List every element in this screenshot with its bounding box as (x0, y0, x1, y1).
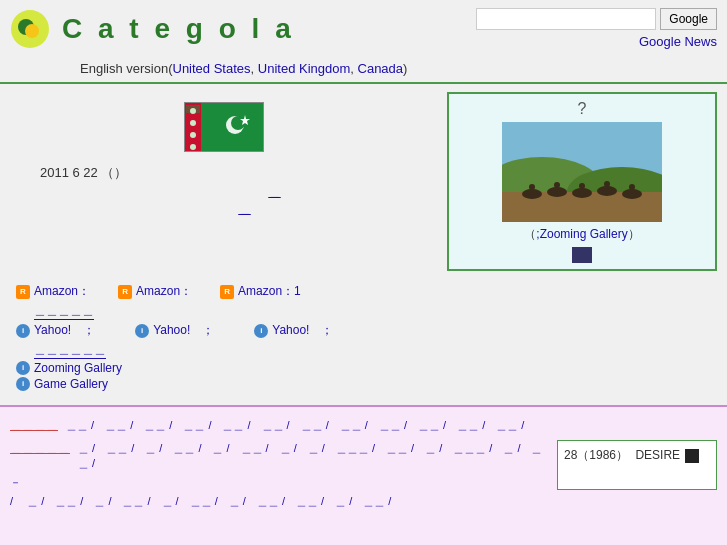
svg-point-18 (547, 187, 567, 197)
center-row: 2011 6 22 （） ＿＿ ? (10, 92, 717, 271)
header-left: C a t e g o l a (10, 9, 295, 49)
lang-uk-link[interactable]: United Kingdom (258, 61, 351, 76)
google-button[interactable]: Google (660, 8, 717, 30)
svg-point-17 (522, 189, 542, 199)
info-icon-3: i (254, 324, 268, 338)
bottom-left: ＿＿＿＿＿ ＿ / ＿＿ / ＿ / ＿＿ / ＿ / ＿＿ / ＿ / ＿ /… (10, 440, 547, 490)
info-icon-4: i (16, 361, 30, 375)
yahoo-row-1: i Yahoo! ； i Yahoo! ； i Yahoo! ； (16, 322, 711, 339)
yahoo-underline: ＿＿＿＿＿＿ (34, 341, 106, 359)
game-gallery-link[interactable]: Game Gallery (34, 377, 108, 391)
rss-icon-3: R (220, 285, 234, 299)
amazon-row-1: R Amazon： R Amazon： R Amazon：1 (16, 283, 711, 300)
amazon-underline: ＿＿＿＿＿ (34, 302, 94, 320)
amazon-underline-row: ＿＿＿＿＿ (16, 302, 711, 320)
svg-point-24 (579, 183, 585, 189)
desire-label: DESIRE (635, 448, 680, 462)
zooming-gallery-link[interactable]: Zooming Gallery (34, 361, 122, 375)
bottom-link-2[interactable]: ＿＿＿＿＿ (10, 440, 70, 457)
amazon-link-2[interactable]: Amazon： (136, 283, 216, 300)
date-link[interactable]: ＿＿ (209, 184, 239, 218)
right-panel: ? (447, 92, 717, 271)
amazon-link-1[interactable]: Amazon： (34, 283, 114, 300)
gallery-image (502, 122, 662, 222)
yahoo-link-3[interactable]: Yahoo! ； (272, 322, 357, 339)
flag-image (184, 102, 264, 152)
info-icon-1: i (16, 324, 30, 338)
svg-point-2 (25, 24, 39, 38)
svg-point-19 (572, 188, 592, 198)
search-input[interactable] (476, 8, 656, 30)
bottom-row2-inner: ＿＿＿＿＿ ＿ / ＿＿ / ＿ / ＿＿ / ＿ / ＿＿ / ＿ / ＿ /… (10, 440, 547, 471)
svg-point-21 (622, 189, 642, 199)
info-icon-5: i (16, 377, 30, 391)
svg-point-9 (190, 144, 196, 150)
lang-ca-link[interactable]: Canada (358, 61, 404, 76)
bottom-section: ＿＿＿＿ ＿＿ / ＿＿ / ＿＿ / ＿＿ / ＿＿ / ＿＿ / ＿＿ / … (0, 405, 727, 545)
lang-bar: English version(United States, United Ki… (0, 57, 727, 84)
game-row: i Game Gallery (16, 377, 711, 391)
svg-point-25 (604, 181, 610, 187)
logo-icon (10, 9, 50, 49)
bottom-link-1[interactable]: ＿＿＿＿ (10, 417, 58, 434)
desire-swatch (685, 449, 699, 463)
gallery-link[interactable]: ;Zooming Gallery (536, 227, 627, 241)
lang-comma2: , (350, 61, 357, 76)
date-text: 2011 6 22 （） (10, 164, 437, 182)
links-section: R Amazon： R Amazon： R Amazon：1 ＿＿＿＿＿ i Y… (10, 279, 717, 397)
lang-close: ) (403, 61, 407, 76)
amazon-link-3[interactable]: Amazon：1 (238, 283, 349, 300)
yahoo-underline-row: ＿＿＿＿＿＿ (16, 341, 711, 359)
sub-text: － (10, 475, 547, 490)
bottom-pattern-1: ＿＿ / ＿＿ / ＿＿ / ＿＿ / ＿＿ / ＿＿ / ＿＿ / ＿＿ / … (66, 418, 717, 433)
bottom-right-box: 28（1986） DESIRE (557, 440, 717, 490)
zooming-row: i Zooming Gallery (16, 361, 711, 375)
search-row: Google (476, 8, 717, 30)
left-center: 2011 6 22 （） ＿＿ (10, 92, 437, 271)
info-icon-2: i (135, 324, 149, 338)
bottom-row1: ＿＿＿＿ ＿＿ / ＿＿ / ＿＿ / ＿＿ / ＿＿ / ＿＿ / ＿＿ / … (10, 413, 717, 434)
svg-point-23 (554, 182, 560, 188)
yahoo-link-2[interactable]: Yahoo! ； (153, 322, 250, 339)
color-swatch (572, 247, 592, 263)
bottom-pattern-2: ＿ / ＿＿ / ＿ / ＿＿ / ＿ / ＿＿ / ＿ / ＿ / ＿＿＿ /… (78, 441, 547, 471)
svg-point-8 (190, 132, 196, 138)
yahoo-link-1[interactable]: Yahoo! ； (34, 322, 131, 339)
main-content: 2011 6 22 （） ＿＿ ? (0, 84, 727, 405)
bottom-row3: / ＿ / ＿＿ / ＿ / ＿＿ / ＿ / ＿＿ / ＿ / ＿＿ / ＿＿… (10, 494, 717, 509)
bottom-row2: ＿＿＿＿＿ ＿ / ＿＿ / ＿ / ＿＿ / ＿ / ＿＿ / ＿ / ＿ /… (10, 440, 717, 490)
header: C a t e g o l a Google Google News (0, 0, 727, 57)
svg-point-6 (190, 108, 196, 114)
lang-prefix: English version( (80, 61, 173, 76)
lang-us-link[interactable]: United States (173, 61, 251, 76)
rss-icon-1: R (16, 285, 30, 299)
svg-point-20 (597, 186, 617, 196)
question-mark: ? (578, 100, 587, 118)
lang-comma1: , (251, 61, 258, 76)
year-label: 28（1986） (564, 448, 628, 462)
rss-icon-2: R (118, 285, 132, 299)
site-title: C a t e g o l a (62, 13, 295, 45)
header-right: Google Google News (476, 8, 717, 49)
gallery-caption: （;Zooming Gallery） (524, 226, 639, 243)
svg-point-26 (629, 184, 635, 190)
svg-point-22 (529, 184, 535, 190)
svg-point-7 (190, 120, 196, 126)
bottom-pattern-3: / ＿ / ＿＿ / ＿ / ＿＿ / ＿ / ＿＿ / ＿ / ＿＿ / ＿＿… (10, 495, 391, 507)
google-news-link[interactable]: Google News (639, 34, 717, 49)
